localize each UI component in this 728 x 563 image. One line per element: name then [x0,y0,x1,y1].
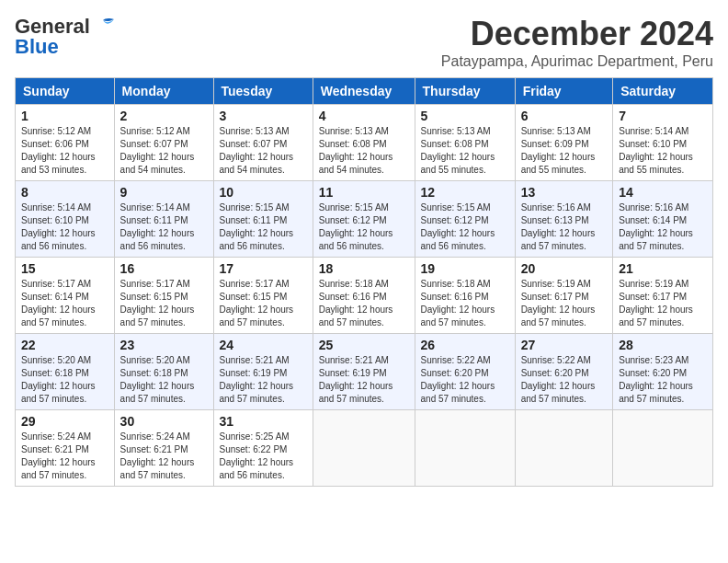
calendar-cell: 24Sunrise: 5:21 AMSunset: 6:19 PMDayligh… [213,334,313,410]
calendar-cell: 5Sunrise: 5:13 AMSunset: 6:08 PMDaylight… [415,105,515,181]
day-info: Sunrise: 5:14 AMSunset: 6:10 PMDaylight:… [21,201,108,253]
calendar-cell [515,410,613,487]
day-number: 12 [421,185,509,200]
calendar-cell: 4Sunrise: 5:13 AMSunset: 6:08 PMDaylight… [313,105,415,181]
logo: General Blue [15,15,118,59]
day-info: Sunrise: 5:19 AMSunset: 6:17 PMDaylight:… [521,278,608,329]
day-info: Sunrise: 5:25 AMSunset: 6:22 PMDaylight:… [220,431,307,482]
calendar-cell: 31Sunrise: 5:25 AMSunset: 6:22 PMDayligh… [213,410,313,487]
calendar-cell: 16Sunrise: 5:17 AMSunset: 6:15 PMDayligh… [114,258,213,334]
day-number: 21 [619,261,707,276]
day-number: 24 [220,338,307,352]
title-section: December 2024 Pataypampa, Apurimac Depar… [441,15,713,70]
day-info: Sunrise: 5:24 AMSunset: 6:21 PMDaylight:… [120,431,208,482]
day-info: Sunrise: 5:20 AMSunset: 6:18 PMDaylight:… [21,354,108,406]
day-info: Sunrise: 5:21 AMSunset: 6:19 PMDaylight:… [319,354,409,406]
month-title: December 2024 [441,15,713,53]
day-number: 15 [21,261,108,276]
calendar-cell [415,410,515,487]
day-info: Sunrise: 5:16 AMSunset: 6:13 PMDaylight:… [521,201,608,253]
calendar-cell: 12Sunrise: 5:15 AMSunset: 6:12 PMDayligh… [415,181,515,258]
calendar-week-1: 1Sunrise: 5:12 AMSunset: 6:06 PMDaylight… [16,105,713,181]
calendar-cell: 7Sunrise: 5:14 AMSunset: 6:10 PMDaylight… [613,105,713,181]
day-number: 30 [120,414,208,429]
day-info: Sunrise: 5:13 AMSunset: 6:08 PMDaylight:… [421,125,509,177]
day-number: 31 [220,414,307,429]
day-number: 16 [120,261,208,276]
page-header: General Blue December 2024 Pataypampa, A… [15,15,713,70]
day-info: Sunrise: 5:12 AMSunset: 6:07 PMDaylight:… [120,125,208,177]
day-number: 2 [120,109,208,123]
day-info: Sunrise: 5:18 AMSunset: 6:16 PMDaylight:… [319,278,409,329]
day-info: Sunrise: 5:22 AMSunset: 6:20 PMDaylight:… [521,354,608,406]
day-number: 13 [521,185,608,200]
calendar-cell: 28Sunrise: 5:23 AMSunset: 6:20 PMDayligh… [613,334,713,410]
calendar-week-2: 8Sunrise: 5:14 AMSunset: 6:10 PMDaylight… [16,181,713,258]
day-number: 1 [21,109,108,123]
header-wednesday: Wednesday [313,78,415,105]
header-thursday: Thursday [415,78,515,105]
day-number: 27 [521,338,608,352]
header-tuesday: Tuesday [213,78,313,105]
calendar-week-5: 29Sunrise: 5:24 AMSunset: 6:21 PMDayligh… [16,410,713,487]
calendar-cell: 18Sunrise: 5:18 AMSunset: 6:16 PMDayligh… [313,258,415,334]
day-number: 17 [220,261,307,276]
day-number: 14 [619,185,707,200]
calendar-cell: 23Sunrise: 5:20 AMSunset: 6:18 PMDayligh… [114,334,213,410]
calendar-cell: 25Sunrise: 5:21 AMSunset: 6:19 PMDayligh… [313,334,415,410]
calendar-cell: 2Sunrise: 5:12 AMSunset: 6:07 PMDaylight… [114,105,213,181]
day-info: Sunrise: 5:12 AMSunset: 6:06 PMDaylight:… [21,125,108,177]
day-info: Sunrise: 5:14 AMSunset: 6:11 PMDaylight:… [120,201,208,253]
day-number: 6 [521,109,608,123]
day-number: 10 [220,185,307,200]
day-info: Sunrise: 5:21 AMSunset: 6:19 PMDaylight:… [220,354,307,406]
day-info: Sunrise: 5:13 AMSunset: 6:07 PMDaylight:… [220,125,307,177]
day-number: 3 [220,109,307,123]
day-number: 20 [521,261,608,276]
day-number: 8 [21,185,108,200]
calendar-cell: 26Sunrise: 5:22 AMSunset: 6:20 PMDayligh… [415,334,515,410]
calendar-cell: 20Sunrise: 5:19 AMSunset: 6:17 PMDayligh… [515,258,613,334]
calendar-cell: 3Sunrise: 5:13 AMSunset: 6:07 PMDaylight… [213,105,313,181]
logo-text-blue: Blue [15,35,59,59]
day-info: Sunrise: 5:23 AMSunset: 6:20 PMDaylight:… [619,354,707,406]
day-info: Sunrise: 5:16 AMSunset: 6:14 PMDaylight:… [619,201,707,253]
calendar-cell: 19Sunrise: 5:18 AMSunset: 6:16 PMDayligh… [415,258,515,334]
day-info: Sunrise: 5:15 AMSunset: 6:12 PMDaylight:… [421,201,509,253]
calendar-table: Sunday Monday Tuesday Wednesday Thursday… [15,77,713,487]
calendar-cell: 29Sunrise: 5:24 AMSunset: 6:21 PMDayligh… [16,410,115,487]
calendar-week-3: 15Sunrise: 5:17 AMSunset: 6:14 PMDayligh… [16,258,713,334]
calendar-cell: 1Sunrise: 5:12 AMSunset: 6:06 PMDaylight… [16,105,115,181]
calendar-cell: 30Sunrise: 5:24 AMSunset: 6:21 PMDayligh… [114,410,213,487]
day-number: 22 [21,338,108,352]
location-subtitle: Pataypampa, Apurimac Department, Peru [441,53,713,70]
calendar-cell: 22Sunrise: 5:20 AMSunset: 6:18 PMDayligh… [16,334,115,410]
day-info: Sunrise: 5:15 AMSunset: 6:11 PMDaylight:… [220,201,307,253]
day-number: 26 [421,338,509,352]
day-number: 18 [319,261,409,276]
day-info: Sunrise: 5:15 AMSunset: 6:12 PMDaylight:… [319,201,409,253]
day-number: 29 [21,414,108,429]
calendar-cell: 11Sunrise: 5:15 AMSunset: 6:12 PMDayligh… [313,181,415,258]
calendar-cell: 21Sunrise: 5:19 AMSunset: 6:17 PMDayligh… [613,258,713,334]
calendar-cell: 10Sunrise: 5:15 AMSunset: 6:11 PMDayligh… [213,181,313,258]
day-number: 19 [421,261,509,276]
calendar-cell: 6Sunrise: 5:13 AMSunset: 6:09 PMDaylight… [515,105,613,181]
header-friday: Friday [515,78,613,105]
day-number: 7 [619,109,707,123]
day-number: 28 [619,338,707,352]
day-info: Sunrise: 5:17 AMSunset: 6:15 PMDaylight:… [120,278,208,329]
calendar-cell [613,410,713,487]
calendar-cell: 27Sunrise: 5:22 AMSunset: 6:20 PMDayligh… [515,334,613,410]
day-number: 5 [421,109,509,123]
day-info: Sunrise: 5:17 AMSunset: 6:15 PMDaylight:… [220,278,307,329]
calendar-header-row: Sunday Monday Tuesday Wednesday Thursday… [16,78,713,105]
day-info: Sunrise: 5:13 AMSunset: 6:08 PMDaylight:… [319,125,409,177]
calendar-cell: 9Sunrise: 5:14 AMSunset: 6:11 PMDaylight… [114,181,213,258]
day-info: Sunrise: 5:13 AMSunset: 6:09 PMDaylight:… [521,125,608,177]
day-info: Sunrise: 5:14 AMSunset: 6:10 PMDaylight:… [619,125,707,177]
day-number: 4 [319,109,409,123]
calendar-cell [313,410,415,487]
day-info: Sunrise: 5:17 AMSunset: 6:14 PMDaylight:… [21,278,108,329]
day-info: Sunrise: 5:18 AMSunset: 6:16 PMDaylight:… [421,278,509,329]
